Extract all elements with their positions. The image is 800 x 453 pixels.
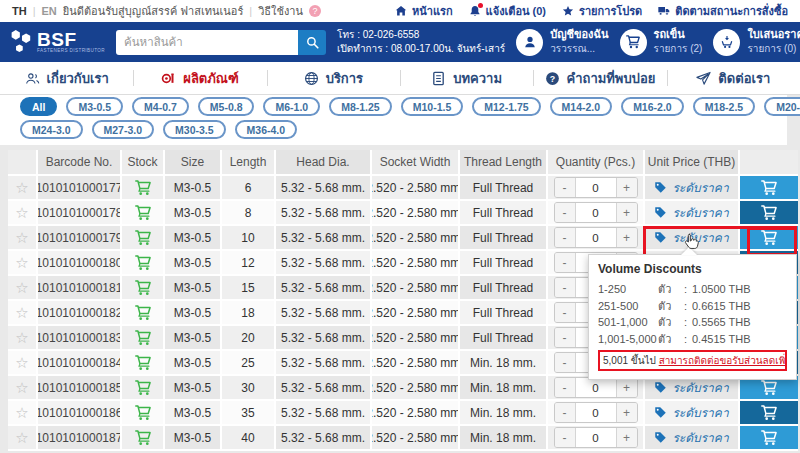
price-level-link[interactable]: ระดับราคา bbox=[654, 203, 728, 222]
quantity-stepper[interactable]: -+ bbox=[554, 227, 638, 248]
lang-th-link[interactable]: TH bbox=[12, 5, 27, 17]
qty-increase-button[interactable]: + bbox=[617, 228, 637, 247]
filter-chip[interactable]: M36-4.0 bbox=[235, 120, 298, 139]
filter-chip[interactable]: M8-1.25 bbox=[329, 97, 392, 116]
nav-item[interactable]: เกี่ยวกับเรา bbox=[0, 62, 133, 94]
favorite-star-icon[interactable]: ☆ bbox=[15, 405, 28, 420]
nav-item[interactable]: คำถามที่พบบ่อย bbox=[533, 62, 666, 94]
price-level-link[interactable]: ระดับราคา bbox=[654, 403, 728, 422]
qty-increase-button[interactable]: + bbox=[617, 403, 637, 422]
filter-chip[interactable]: M4-0.7 bbox=[132, 97, 189, 116]
stock-cart-wrap[interactable] bbox=[135, 180, 151, 196]
add-to-cart-button[interactable] bbox=[740, 401, 798, 424]
favorite-star-icon[interactable]: ☆ bbox=[15, 230, 28, 245]
favorite-star-icon[interactable]: ☆ bbox=[15, 280, 28, 295]
account-menu[interactable]: บัญชีของฉันวรวรรณ... bbox=[516, 28, 608, 56]
filter-chip[interactable]: M16-2.0 bbox=[621, 97, 684, 116]
qty-decrease-button[interactable]: - bbox=[555, 428, 575, 447]
qty-decrease-button[interactable]: - bbox=[555, 203, 575, 222]
stock-cart-wrap[interactable] bbox=[135, 330, 151, 346]
quantity-input[interactable] bbox=[575, 178, 617, 197]
quantity-stepper[interactable]: -+ bbox=[554, 202, 638, 223]
filter-chip[interactable]: M20-2.5 bbox=[764, 97, 800, 116]
stock-cart-wrap[interactable] bbox=[135, 380, 151, 396]
favorite-star-icon[interactable]: ☆ bbox=[15, 355, 28, 370]
stock-cart-wrap[interactable] bbox=[135, 430, 151, 446]
stock-cart-wrap[interactable] bbox=[135, 405, 151, 421]
qty-decrease-button[interactable]: - bbox=[555, 403, 575, 422]
filter-chip[interactable]: M30-3.5 bbox=[163, 120, 226, 139]
stock-cart-wrap[interactable] bbox=[135, 280, 151, 296]
stock-cart-wrap[interactable] bbox=[135, 305, 151, 321]
quantity-stepper[interactable]: -+ bbox=[554, 427, 638, 448]
add-to-cart-button[interactable] bbox=[740, 226, 798, 249]
favorite-star-icon[interactable]: ☆ bbox=[15, 255, 28, 270]
favorite-star-icon[interactable]: ☆ bbox=[15, 430, 28, 445]
topbar-link[interactable]: รายการโปรด bbox=[562, 2, 642, 20]
filter-chip[interactable]: M24-3.0 bbox=[20, 120, 83, 139]
stock-cart-wrap[interactable] bbox=[135, 205, 151, 221]
qty-increase-button[interactable]: + bbox=[617, 178, 637, 197]
filter-chip[interactable]: M10-1.5 bbox=[401, 97, 464, 116]
filter-chip[interactable]: M6-1.0 bbox=[263, 97, 320, 116]
qty-decrease-button[interactable]: - bbox=[555, 378, 575, 397]
add-to-cart-button[interactable] bbox=[740, 201, 798, 224]
stock-cart-wrap[interactable] bbox=[135, 230, 151, 246]
filter-chip[interactable]: M3-0.5 bbox=[66, 97, 123, 116]
qty-decrease-button[interactable]: - bbox=[555, 278, 575, 297]
qty-decrease-button[interactable]: - bbox=[555, 253, 575, 272]
filter-chip[interactable]: M12-1.75 bbox=[472, 97, 540, 116]
quantity-input[interactable] bbox=[575, 378, 617, 397]
quantity-stepper[interactable]: -+ bbox=[554, 402, 638, 423]
topbar-link[interactable]: หน้าแรก bbox=[395, 2, 453, 20]
truck-icon bbox=[658, 5, 670, 17]
quantity-input[interactable] bbox=[575, 403, 617, 422]
qty-increase-button[interactable]: + bbox=[617, 378, 637, 397]
help-icon[interactable]: ? bbox=[309, 5, 321, 17]
favorite-star-icon[interactable]: ☆ bbox=[15, 330, 28, 345]
search-input[interactable] bbox=[116, 30, 298, 55]
qty-decrease-button[interactable]: - bbox=[555, 328, 575, 347]
filter-chip[interactable]: M14-2.0 bbox=[550, 97, 613, 116]
stock-cart-wrap[interactable] bbox=[135, 255, 151, 271]
nav-item[interactable]: บริการ bbox=[267, 62, 400, 94]
search-button[interactable] bbox=[298, 30, 326, 55]
favorite-star-icon[interactable]: ☆ bbox=[15, 380, 28, 395]
qty-decrease-button[interactable]: - bbox=[555, 353, 575, 372]
bsf-logo[interactable]: BSF FASTENERS DISTRIBUTOR bbox=[10, 29, 105, 56]
add-to-cart-button[interactable] bbox=[740, 176, 798, 199]
add-to-cart-button[interactable] bbox=[740, 426, 798, 449]
price-level-link[interactable]: ระดับราคา bbox=[654, 378, 728, 397]
quantity-input[interactable] bbox=[575, 428, 617, 447]
help-link[interactable]: วิธีใช้งาน bbox=[258, 2, 303, 20]
nav-item[interactable]: บทความ bbox=[400, 62, 533, 94]
quantity-input[interactable] bbox=[575, 228, 617, 247]
filter-chip[interactable]: M27-3.0 bbox=[92, 120, 155, 139]
quantity-stepper[interactable]: -+ bbox=[554, 377, 638, 398]
topbar-link[interactable]: ติดตามสถานะการสั่งซื้อ bbox=[658, 2, 788, 20]
filter-chip[interactable]: M18-2.5 bbox=[693, 97, 756, 116]
qty-increase-button[interactable]: + bbox=[617, 428, 637, 447]
cart-menu[interactable]: รถเข็นรายการ (2) bbox=[620, 28, 703, 56]
filter-chip[interactable]: All bbox=[20, 97, 57, 116]
stock-cart-wrap[interactable] bbox=[135, 355, 151, 371]
filter-chip[interactable]: M5-0.8 bbox=[198, 97, 255, 116]
price-level-link[interactable]: ระดับราคา bbox=[654, 428, 728, 447]
table-cell: 20 bbox=[222, 326, 276, 351]
topbar-link[interactable]: แจ้งเตือน (0) bbox=[469, 2, 546, 20]
qty-decrease-button[interactable]: - bbox=[555, 228, 575, 247]
qty-increase-button[interactable]: + bbox=[617, 203, 637, 222]
quantity-stepper[interactable]: -+ bbox=[554, 177, 638, 198]
favorite-star-icon[interactable]: ☆ bbox=[15, 305, 28, 320]
qty-decrease-button[interactable]: - bbox=[555, 178, 575, 197]
lang-en-link[interactable]: EN bbox=[42, 5, 57, 17]
favorite-star-icon[interactable]: ☆ bbox=[15, 180, 28, 195]
note-contact-link[interactable]: สามารถติดต่อขอรับส่วนลดเพิ่มเติมได้ bbox=[659, 355, 787, 366]
quick-order-menu[interactable]: ใบเสนอราคาและการสั่งซื้อด่วนรายการ (0) bbox=[713, 28, 800, 56]
nav-item[interactable]: ผลิตภัณฑ์ bbox=[133, 62, 266, 94]
quantity-input[interactable] bbox=[575, 203, 617, 222]
qty-decrease-button[interactable]: - bbox=[555, 303, 575, 322]
price-level-link[interactable]: ระดับราคา bbox=[654, 178, 728, 197]
favorite-star-icon[interactable]: ☆ bbox=[15, 205, 28, 220]
nav-item[interactable]: ติดต่อเรา bbox=[667, 62, 800, 94]
